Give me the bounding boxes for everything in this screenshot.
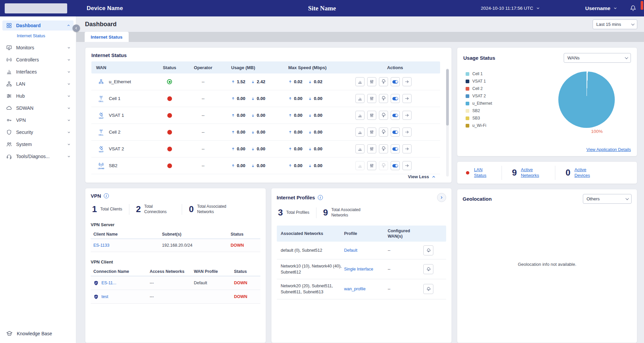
statistics-button[interactable] [355,77,364,86]
speedtest-button[interactable] [379,144,388,153]
info-icon[interactable] [104,193,109,198]
sliders-icon [369,96,374,101]
vpn-stat: 1 Total Clients [91,204,129,214]
geolocation-message: Geolocation info not available. [463,204,632,338]
notifications-bell[interactable] [630,5,637,12]
cloud-sync-icon [426,267,431,272]
sidebar-item-dashboard[interactable]: Dashboard [2,20,74,31]
sidebar-item-controllers[interactable]: Controllers [0,55,76,65]
details-button[interactable] [402,128,412,137]
bell-icon [630,5,637,12]
user-menu[interactable]: Username [585,5,617,11]
download-arrow-icon [251,97,255,101]
sidebar-item-hub[interactable]: Hub [0,91,76,101]
lan-status-link[interactable]: LAN Status [474,167,491,179]
scrollbar-thumb[interactable] [446,69,449,126]
sidebar-collapse-button[interactable] [73,24,80,32]
chevron-down-icon [536,6,540,10]
enable-toggle[interactable] [391,77,400,86]
speedtest-button[interactable] [379,77,388,86]
configure-button[interactable] [367,161,376,170]
sidebar-item-lan[interactable]: LAN [0,79,76,89]
datetime-selector[interactable]: 2024-10-10 11:17:56 UTC [481,6,540,11]
statistics-button[interactable] [355,128,364,137]
info-icon[interactable] [318,195,323,200]
geolocation-title: Geolocation [463,196,492,202]
status-badge: DOWN [234,294,257,299]
wan-name: VSAT 2 [109,146,124,151]
cloud-sync-icon [426,287,431,292]
enable-toggle[interactable] [391,161,400,170]
active-networks-link[interactable]: Active Networks [521,167,545,179]
wan-name: VSAT 1 [109,113,124,118]
configure-button[interactable] [367,111,376,120]
statistics-button[interactable] [355,144,364,153]
associated-networks-value: Network20 (20), Subnet511, Subnet611, Su… [281,283,344,295]
column-header-status: Status [231,232,258,237]
speedtest-button[interactable] [379,128,388,137]
details-button[interactable] [402,111,412,120]
details-button[interactable] [402,77,412,86]
sidebar-item-tools-diagnostics[interactable]: Tools/Diagnos... [0,151,76,161]
profile-link[interactable]: Single Interface [344,266,388,272]
details-button[interactable] [402,144,412,153]
view-application-details-link[interactable]: View Application Details [587,147,631,152]
profile-link[interactable]: Default [344,247,388,253]
configured-wans-value: -- [388,286,423,292]
vpn-shield-icon [93,280,99,286]
download-arrow-icon [308,97,312,101]
operator-value: -- [184,113,222,118]
column-header-associated-networks: Associated Networks [281,231,344,236]
enable-toggle[interactable] [391,111,400,120]
operator-value: -- [184,130,222,135]
sidebar-item-interfaces[interactable]: Interfaces [0,67,76,77]
time-range-select[interactable]: Last 15 mins [593,19,637,29]
geolocation-select[interactable]: Others [583,194,632,204]
apply-profile-button[interactable] [423,284,433,294]
configure-button[interactable] [367,144,376,153]
vpn-shield-icon [93,294,99,299]
details-button[interactable] [402,94,412,103]
arrow-right-icon [404,79,410,84]
headset-icon [6,153,12,159]
sidebar-item-vpn[interactable]: VPN [0,115,76,125]
enable-toggle[interactable] [391,94,400,103]
tab-internet-status[interactable]: Internet Status [85,32,129,42]
sidebar-item-system[interactable]: System [0,139,76,149]
sidebar-item-internet-status[interactable]: Internet Status [0,31,76,40]
profile-link[interactable]: wan_profile [344,286,388,292]
apply-profile-button[interactable] [423,245,433,255]
vpn-client-link[interactable]: ES-1133 [93,243,162,248]
speedtest-button[interactable] [379,94,388,103]
vpn-connection-link[interactable]: test [101,294,108,299]
apply-profile-button[interactable] [423,264,433,274]
active-devices-stat: 0 Active Devices [555,166,598,180]
speedtest-button[interactable] [379,111,388,120]
statistics-button[interactable] [355,161,364,170]
details-button[interactable] [402,161,412,170]
configure-button[interactable] [367,94,376,103]
operator-value: -- [184,146,222,151]
view-less-link[interactable]: View Less [408,174,436,179]
max-speed-cell: 0.00 0.00 [280,146,350,151]
operator-value: -- [184,96,222,101]
statistics-button[interactable] [355,111,364,120]
sidebar-item-security[interactable]: Security [0,127,76,137]
speedtest-button[interactable] [379,161,388,170]
vpn-connection-link[interactable]: ES-11... [101,281,116,285]
configure-button[interactable] [367,128,376,137]
knowledge-base-link[interactable]: Knowledge Base [0,328,76,339]
column-header-profile: Profile [344,231,388,236]
associated-networks-value: default (0), Subnet512 [281,247,344,253]
active-devices-link[interactable]: Active Devices [574,167,599,179]
expand-profiles-button[interactable] [437,193,446,202]
upload-arrow-icon [231,113,235,117]
enable-toggle[interactable] [391,128,400,137]
statistics-button[interactable] [355,94,364,103]
configure-button[interactable] [367,77,376,86]
wans-select[interactable]: WANs [564,53,631,63]
enable-toggle[interactable] [391,144,400,153]
sidebar-item-sdwan[interactable]: SDWAN [0,103,76,113]
sidebar-item-monitors[interactable]: Monitors [0,43,76,53]
status-indicator [167,96,172,101]
